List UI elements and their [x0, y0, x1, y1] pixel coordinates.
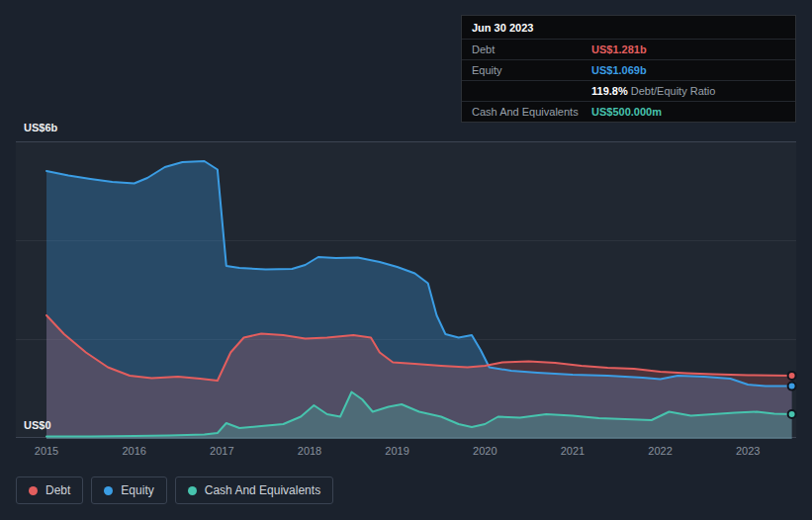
tooltip-row-cash: Cash And Equivalents US$500.000m [462, 101, 795, 122]
x-axis-tick: 2019 [385, 445, 408, 457]
y-axis-label-min: US$0 [24, 419, 51, 431]
x-axis-tick: 2022 [648, 445, 672, 457]
legend-item-equity[interactable]: Equity [91, 477, 166, 504]
cash-value: US$500.000m [591, 106, 662, 118]
tooltip: Jun 30 2023 Debt US$1.281b Equity US$1.0… [461, 15, 796, 123]
legend-item-cash[interactable]: Cash And Equivalents [175, 477, 333, 504]
chart-area[interactable] [16, 141, 796, 438]
debt-dot-icon [29, 486, 38, 495]
x-axis-tick: 2023 [736, 445, 760, 457]
ratio-percent: 119.8% [591, 85, 628, 97]
legend-item-debt[interactable]: Debt [16, 477, 83, 504]
legend-label-equity: Equity [121, 483, 153, 497]
ratio-caption: Debt/Equity Ratio [631, 85, 716, 97]
x-axis-tick: 2017 [210, 445, 233, 457]
x-axis-tick: 2016 [122, 445, 145, 457]
equity-value: US$1.069b [591, 64, 647, 76]
equity-dot-icon [104, 486, 113, 495]
tooltip-row-ratio: 119.8% Debt/Equity Ratio [462, 80, 795, 101]
cash-dot-icon [188, 486, 197, 495]
equity-label: Equity [472, 64, 591, 76]
legend-label-debt: Debt [45, 483, 70, 497]
legend-label-cash: Cash And Equivalents [205, 483, 320, 497]
debt-label: Debt [472, 43, 591, 55]
tooltip-row-equity: Equity US$1.069b [462, 59, 795, 80]
tooltip-date: Jun 30 2023 [462, 16, 795, 39]
cash-label: Cash And Equivalents [472, 106, 591, 118]
y-axis-label-max: US$6b [24, 122, 57, 133]
debt-value: US$1.281b [591, 43, 647, 55]
legend: Debt Equity Cash And Equivalents [16, 477, 333, 504]
x-axis-tick: 2018 [298, 445, 321, 457]
x-axis-tick: 2020 [473, 445, 496, 457]
tooltip-row-debt: Debt US$1.281b [462, 39, 795, 59]
x-axis-tick: 2021 [561, 445, 585, 457]
x-axis: 201520162017201820192020202120222023 [16, 445, 796, 459]
chart-plot[interactable] [16, 142, 796, 439]
ratio-value: 119.8% Debt/Equity Ratio [591, 85, 715, 97]
x-axis-tick: 2015 [35, 445, 58, 457]
